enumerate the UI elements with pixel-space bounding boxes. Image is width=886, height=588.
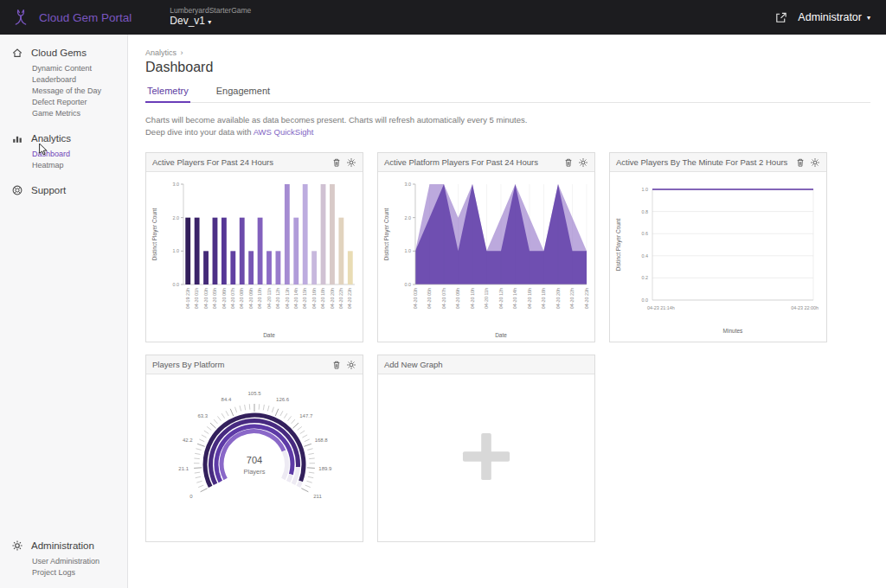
sidebar-item-message-of-the-day[interactable]: Message of the Day (32, 86, 127, 97)
sidebar-item-dashboard[interactable]: Dashboard (32, 149, 127, 160)
add-new-graph-button[interactable] (378, 374, 594, 541)
gauge-chart: 021.142.263.384.4105.5126.6147.7168.8189… (146, 374, 363, 541)
svg-text:04-20 22h: 04-20 22h (569, 288, 575, 309)
delete-chart-icon[interactable] (331, 157, 342, 168)
svg-text:0.2: 0.2 (642, 275, 649, 280)
svg-text:168.8: 168.8 (315, 438, 329, 443)
svg-text:126.6: 126.6 (276, 396, 290, 401)
chart-title: Active Players By The Minute For Past 2 … (616, 157, 787, 167)
delete-chart-icon[interactable] (331, 360, 342, 370)
svg-text:0.4: 0.4 (642, 253, 649, 259)
main-content: Analytics › Dashboard Telemetry Engageme… (128, 35, 886, 588)
svg-text:704: 704 (247, 455, 262, 465)
sidebar-item-project-logs[interactable]: Project Logs (32, 567, 127, 578)
svg-text:0.0: 0.0 (642, 297, 649, 303)
breadcrumb-analytics[interactable]: Analytics (145, 48, 177, 57)
tab-bar: Telemetry Engagement (145, 86, 870, 103)
sidebar-item-game-metrics[interactable]: Game Metrics (32, 108, 127, 119)
sidebar-section-analytics[interactable]: Analytics (0, 124, 127, 149)
svg-text:42.2: 42.2 (183, 438, 193, 443)
panel-active-platform-players: Active Platform Players For Past 24 Hour… (377, 152, 595, 342)
chart-settings-gear-icon[interactable] (578, 157, 588, 168)
support-lifebuoy-icon (11, 184, 23, 196)
svg-text:21.1: 21.1 (178, 466, 189, 471)
svg-text:04-20 13h: 04-20 13h (285, 288, 290, 309)
page-title: Dashboard (145, 60, 870, 75)
sidebar-item-dynamic-content[interactable]: Dynamic Content (32, 63, 127, 74)
analytics-subnav: Dashboard Heatmap (0, 149, 127, 176)
svg-text:04-20 03h: 04-20 03h (413, 288, 418, 309)
sidebar-item-leaderboard[interactable]: Leaderboard (32, 74, 127, 86)
chart-settings-gear-icon[interactable] (346, 157, 356, 168)
chart-title: Players By Platform (152, 360, 224, 369)
panel-players-by-platform: Players By Platform (145, 355, 363, 542)
svg-text:04-20 12h: 04-20 12h (498, 288, 504, 309)
svg-text:04-20 20h: 04-20 20h (330, 288, 335, 309)
chart-settings-gear-icon[interactable] (810, 157, 820, 168)
user-name: Administrator (798, 11, 862, 23)
sidebar-section-cloud-gems[interactable]: Cloud Gems (0, 38, 127, 63)
add-new-graph-title: Add New Graph (384, 360, 443, 369)
svg-text:63.3: 63.3 (197, 412, 208, 418)
svg-text:1.0: 1.0 (405, 248, 412, 253)
breadcrumb-separator: › (181, 48, 183, 57)
svg-text:04-20 16h: 04-20 16h (527, 288, 532, 309)
administration-subnav: User Administration Project Logs (0, 556, 127, 583)
sidebar-admin-area: Administration User Administration Proje… (0, 531, 127, 588)
bar-chart: 0.01.02.03.004-19 23h04-20 01h04-20 03h0… (146, 172, 363, 342)
delete-chart-icon[interactable] (563, 157, 574, 168)
svg-text:04-20 07h: 04-20 07h (230, 288, 235, 309)
svg-text:04-20 14h: 04-20 14h (293, 288, 299, 309)
svg-text:04-20 18h: 04-20 18h (541, 288, 546, 309)
svg-text:211: 211 (313, 494, 322, 499)
analytics-chart-icon (11, 132, 23, 144)
svg-text:84.4: 84.4 (222, 396, 232, 401)
tab-telemetry[interactable]: Telemetry (145, 86, 190, 103)
deployment-selector[interactable]: LumberyardStarterGame Dev_v1 ▾ (170, 7, 251, 28)
svg-text:04-20 06h: 04-20 06h (222, 288, 227, 309)
deployment-name: Dev_v1 (170, 15, 205, 27)
share-icon[interactable] (774, 11, 787, 24)
svg-text:04-23 22:00h: 04-23 22:00h (791, 305, 819, 310)
chart-title: Active Players For Past 24 Hours (152, 157, 273, 167)
aws-quicksight-link[interactable]: AWS QuickSight (254, 127, 314, 137)
caret-down-icon: ▾ (208, 18, 211, 26)
chart-grid: Active Players For Past 24 Hours (145, 152, 870, 542)
svg-text:0.0: 0.0 (173, 282, 180, 287)
panel-active-players-by-minute: Active Players By The Minute For Past 2 … (609, 152, 827, 342)
svg-text:Distinct Player Count: Distinct Player Count (151, 208, 158, 260)
delete-chart-icon[interactable] (795, 157, 806, 168)
sidebar-label-analytics: Analytics (31, 133, 71, 144)
svg-text:04-20 12h: 04-20 12h (275, 288, 280, 309)
svg-text:1.0: 1.0 (173, 248, 180, 253)
svg-text:Players: Players (243, 468, 265, 476)
svg-text:04-20 14h: 04-20 14h (512, 288, 517, 309)
chart-settings-gear-icon[interactable] (346, 360, 356, 370)
brand-title: Cloud Gem Portal (39, 11, 132, 24)
svg-text:04-20 18h: 04-20 18h (320, 288, 325, 309)
top-bar: Cloud Gem Portal LumberyardStarterGame D… (0, 0, 886, 35)
user-menu[interactable]: Administrator ▾ (798, 11, 870, 23)
line-chart: 0.00.20.40.60.81.004-23 21:14h04-23 22:0… (610, 172, 826, 342)
area-chart: 0.01.02.03.004-20 03h04-20 05h04-20 07h0… (378, 172, 594, 342)
svg-text:04-20 11h: 04-20 11h (484, 288, 489, 309)
sidebar-label-cloud-gems: Cloud Gems (31, 48, 87, 58)
sidebar-item-user-administration[interactable]: User Administration (32, 556, 127, 567)
panel-active-players: Active Players For Past 24 Hours (145, 152, 363, 342)
sidebar-item-heatmap[interactable]: Heatmap (32, 160, 127, 171)
sidebar-section-support[interactable]: Support (0, 176, 127, 201)
svg-text:2.0: 2.0 (405, 215, 412, 220)
svg-text:04-20 05h: 04-20 05h (212, 288, 217, 309)
tab-engagement[interactable]: Engagement (215, 86, 272, 102)
sidebar-item-defect-reporter[interactable]: Defect Reporter (32, 97, 127, 108)
svg-text:Distinct Player Count: Distinct Player Count (383, 208, 390, 260)
svg-text:04-20 09h: 04-20 09h (248, 288, 254, 309)
lumberyard-logo (9, 5, 33, 29)
info-text: Charts will become available as data bec… (145, 114, 870, 138)
svg-text:04-23 21:14h: 04-23 21:14h (647, 305, 675, 310)
svg-text:04-20 15h: 04-20 15h (302, 288, 307, 309)
refresh-note: Charts will become available as data bec… (145, 114, 870, 126)
svg-text:0: 0 (189, 494, 193, 499)
svg-text:105.5: 105.5 (247, 391, 261, 396)
sidebar-section-administration[interactable]: Administration (0, 531, 127, 556)
